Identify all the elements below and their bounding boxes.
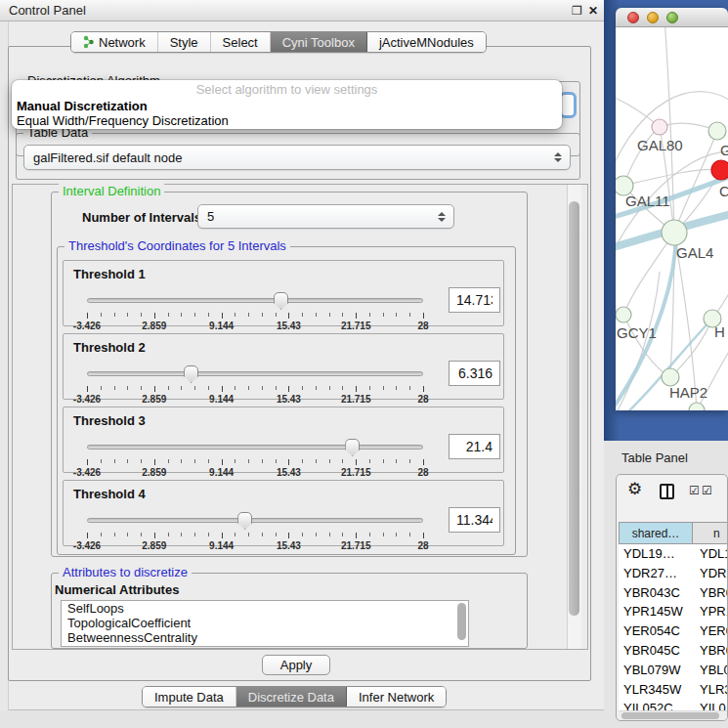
tick-label: 21.715 bbox=[341, 540, 371, 551]
tab-network[interactable]: Network bbox=[71, 32, 158, 52]
table-row[interactable]: YDL19…YDL1 bbox=[619, 544, 727, 564]
control-panel-titlebar[interactable]: Control Panel ❐ ✕ bbox=[0, 0, 604, 21]
attribute-list-item[interactable]: BetweennessCentrality bbox=[62, 630, 468, 645]
node-gal4[interactable] bbox=[662, 220, 687, 245]
close-traffic-light-icon[interactable] bbox=[627, 12, 639, 23]
float-window-icon[interactable]: ❐ bbox=[572, 3, 582, 19]
tick-mark bbox=[356, 313, 357, 319]
checkbox-icon[interactable]: ☑ bbox=[702, 484, 712, 497]
tick-label: 15.43 bbox=[277, 321, 301, 331]
close-icon[interactable]: ✕ bbox=[588, 3, 598, 19]
tab-jactivemnodules[interactable]: jActiveMNodules bbox=[367, 32, 486, 52]
tick-mark bbox=[194, 313, 195, 317]
threshold-slider[interactable]: -3.4262.8599.14415.4321.71528 bbox=[87, 512, 423, 543]
tab-label: Style bbox=[170, 35, 198, 50]
attribute-list-item[interactable]: SelfLoops bbox=[62, 601, 468, 616]
tab-select[interactable]: Select bbox=[211, 32, 271, 52]
tab-impute-data[interactable]: Impute Data bbox=[143, 687, 236, 707]
threshold-slider[interactable]: -3.4262.8599.14415.4321.71528 bbox=[87, 439, 423, 470]
attributes-group-title: Attributes to discretize bbox=[59, 565, 192, 579]
table-header-name[interactable]: n bbox=[693, 522, 728, 544]
table-cell-name: YLR3 bbox=[700, 682, 727, 697]
tick-mark bbox=[127, 386, 128, 390]
tick-mark bbox=[423, 386, 424, 392]
tick-mark bbox=[114, 386, 115, 390]
table-cell-name: YER0 bbox=[700, 623, 727, 638]
tick-mark bbox=[114, 533, 115, 536]
attribute-list-item[interactable]: TopologicalCoefficient bbox=[62, 616, 468, 630]
node-gal-clipped[interactable] bbox=[708, 122, 726, 140]
apply-button[interactable]: Apply bbox=[262, 655, 330, 675]
numerical-attributes-label: Numerical Attributes bbox=[55, 582, 179, 597]
window-title: Control Panel bbox=[9, 3, 86, 18]
table-data-combobox[interactable]: galFiltered.sif default node bbox=[23, 145, 571, 170]
tab-cyni-toolbox[interactable]: Cyni Toolbox bbox=[271, 32, 367, 52]
table-row[interactable]: YDR27…YDR2 bbox=[619, 564, 727, 583]
tab-label: Infer Network bbox=[359, 690, 434, 705]
node-red[interactable] bbox=[711, 160, 728, 180]
horizontal-scrollbar-track[interactable] bbox=[619, 710, 727, 720]
tab-label: Cyni Toolbox bbox=[282, 35, 355, 50]
number-of-intervals-value: 5 bbox=[207, 209, 214, 224]
node-label: GAL4 bbox=[676, 244, 713, 261]
table-row[interactable]: YBR045CYBR0 bbox=[619, 641, 727, 661]
threshold-label: Threshold 3 bbox=[73, 413, 146, 428]
horizontal-scrollbar-thumb[interactable] bbox=[621, 712, 719, 719]
algorithm-option[interactable]: Manual Discretization bbox=[12, 99, 562, 113]
tab-infer-network[interactable]: Infer Network bbox=[347, 687, 446, 707]
slider-thumb[interactable] bbox=[184, 365, 198, 383]
network-window-titlebar[interactable] bbox=[616, 8, 728, 27]
tick-mark bbox=[288, 459, 289, 465]
slider-thumb[interactable] bbox=[274, 292, 288, 310]
minimize-traffic-light-icon[interactable] bbox=[647, 12, 659, 23]
vertical-scrollbar-thumb[interactable] bbox=[569, 201, 579, 616]
threshold-label: Threshold 2 bbox=[73, 340, 146, 355]
slider-thumb[interactable] bbox=[345, 439, 360, 456]
tick-label: 2.859 bbox=[142, 467, 166, 478]
tab-style[interactable]: Style bbox=[158, 32, 211, 52]
threshold-slider[interactable]: -3.4262.8599.14415.4321.71528 bbox=[87, 365, 423, 397]
threshold-panel: Threshold 3-3.4262.8599.14415.4321.71528 bbox=[63, 407, 504, 473]
node-label: GAL80 bbox=[637, 137, 683, 153]
tick-mark bbox=[288, 533, 289, 538]
numerical-attributes-list[interactable]: SelfLoopsTopologicalCoefficientBetweenne… bbox=[61, 600, 469, 647]
threshold-value-field[interactable] bbox=[449, 434, 500, 459]
algorithm-dropdown-options: Manual DiscretizationEqual Width/Frequen… bbox=[12, 99, 562, 128]
algorithm-option[interactable]: Equal Width/Frequency Discretization bbox=[12, 113, 562, 128]
node-gal80[interactable] bbox=[652, 119, 667, 135]
tick-mark bbox=[101, 313, 102, 317]
tick-mark bbox=[316, 313, 317, 317]
node-bottom[interactable] bbox=[689, 403, 705, 410]
table-header-shared-name[interactable]: shared… bbox=[619, 522, 693, 544]
tick-mark bbox=[235, 533, 236, 536]
table-row[interactable]: YIL052CYIL0 bbox=[619, 699, 727, 710]
network-canvas[interactable]: GAL80GCGAL11GAL4GCY1HHAP2 bbox=[616, 27, 728, 410]
tick-mark bbox=[369, 459, 370, 463]
table-row[interactable]: YPR145WYPR1 bbox=[619, 602, 727, 621]
tab-discretize-data[interactable]: Discretize Data bbox=[236, 687, 347, 707]
table-row[interactable]: YBR043CYBR0 bbox=[619, 583, 727, 603]
tick-mark bbox=[141, 533, 142, 536]
tick-mark bbox=[316, 459, 317, 463]
list-scrollbar-thumb[interactable] bbox=[457, 603, 466, 640]
tick-label: 9.144 bbox=[209, 394, 234, 405]
tick-mark bbox=[369, 386, 370, 390]
checkbox-icon[interactable]: ☑ bbox=[689, 484, 700, 497]
table-cell-name: YBL0 bbox=[700, 663, 727, 677]
tick-mark bbox=[262, 313, 263, 317]
threshold-value-field[interactable] bbox=[449, 361, 500, 386]
threshold-value-field[interactable] bbox=[449, 287, 500, 313]
threshold-slider[interactable]: -3.4262.8599.14415.4321.71528 bbox=[87, 292, 423, 323]
table-cell-name: YPR1 bbox=[700, 604, 727, 619]
threshold-value-field[interactable] bbox=[449, 507, 500, 533]
number-of-intervals-combobox[interactable]: 5 bbox=[197, 204, 454, 229]
slider-thumb[interactable] bbox=[237, 512, 252, 530]
table-row[interactable]: YER054CYER0 bbox=[619, 621, 727, 641]
node-gcy1[interactable] bbox=[616, 307, 631, 322]
split-columns-icon[interactable] bbox=[660, 484, 674, 499]
zoom-traffic-light-icon[interactable] bbox=[666, 12, 678, 23]
table-row[interactable]: YLR345WYLR3 bbox=[619, 680, 727, 700]
table-row[interactable]: YBL079WYBL0 bbox=[619, 661, 727, 680]
gear-icon[interactable]: ⚙ bbox=[627, 480, 642, 499]
algorithm-dropdown-hint: Select algorithm to view settings bbox=[12, 82, 562, 99]
